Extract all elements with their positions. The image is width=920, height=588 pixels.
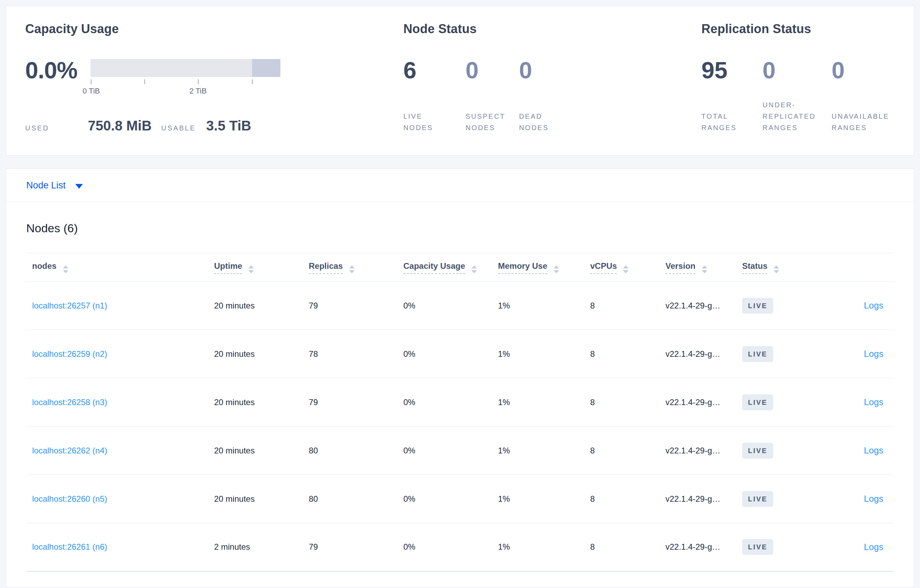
node-link[interactable]: localhost:26260 (n5) [32, 494, 107, 504]
uptime-cell: 20 minutes [214, 475, 308, 523]
node-link[interactable]: localhost:26258 (n3) [32, 397, 107, 407]
node-status-labels: LIVE NODES SUSPECT NODES DEAD NODES [403, 111, 701, 134]
node-link[interactable]: localhost:26262 (n4) [32, 446, 107, 455]
logs-link[interactable]: Logs [864, 445, 883, 456]
capacity-usage-legend: USED 750.8 MiB USABLE 3.5 TiB [25, 118, 403, 134]
memory-cell: 1% [498, 378, 590, 426]
logs-link[interactable]: Logs [864, 397, 883, 407]
unavailable-ranges-value: 0 [832, 58, 901, 82]
usable-value: 3.5 TiB [206, 118, 251, 134]
version-cell: v22.1.4-29-g… [665, 426, 742, 475]
sort-icon [349, 265, 355, 273]
node-list-header: Node List [6, 169, 914, 202]
nodes-table-title: Nodes (6) [26, 221, 894, 235]
replication-status-title: Replication Status [701, 21, 901, 36]
logs-link[interactable]: Logs [864, 300, 883, 310]
sort-icon [702, 265, 707, 273]
axis-tick [144, 79, 145, 84]
sort-icon [248, 265, 254, 273]
total-ranges-label: TOTAL RANGES [701, 111, 760, 134]
memory-cell: 1% [498, 475, 590, 523]
used-value: 750.8 MiB [88, 118, 152, 134]
capacity-cell: 0% [403, 378, 498, 426]
capacity-bar-chart: 0 TiB 2 TiB [91, 59, 280, 99]
logs-link[interactable]: Logs [864, 542, 883, 552]
status-badge: LIVE [742, 443, 773, 459]
node-list-dropdown-label: Node List [26, 180, 66, 191]
sort-icon [471, 265, 477, 273]
cluster-summary-panel: Capacity Usage 0.0% 0 TiB [6, 6, 914, 156]
table-row: localhost:26260 (n5) 20 minutes 80 0% 1%… [26, 475, 894, 523]
uptime-cell: 20 minutes [214, 426, 308, 475]
unavailable-ranges-label: UNAVAILABLE RANGES [832, 111, 889, 134]
logs-link[interactable]: Logs [864, 493, 883, 504]
column-header-memory-use[interactable]: Memory Use [498, 253, 590, 281]
column-header-uptime[interactable]: Uptime [214, 253, 308, 281]
replicas-cell: 80 [308, 426, 403, 475]
status-badge: LIVE [742, 298, 773, 314]
capacity-usage-chart: 0.0% 0 TiB 2 TiB [25, 58, 403, 99]
version-cell: v22.1.4-29-g… [665, 378, 742, 426]
node-list-dropdown[interactable]: Node List [26, 180, 83, 191]
version-cell: v22.1.4-29-g… [665, 523, 742, 572]
memory-cell: 1% [498, 281, 590, 330]
sort-icon [63, 265, 68, 273]
table-row: localhost:26257 (n1) 20 minutes 79 0% 1%… [26, 281, 894, 330]
live-nodes-label: LIVE NODES [403, 111, 448, 134]
live-nodes-value: 6 [403, 58, 465, 82]
replication-status-labels: TOTAL RANGES UNDER-REPLICATED RANGES UNA… [701, 99, 901, 134]
nodes-table: nodes Uptime Replicas Capacity Usage Mem [26, 253, 894, 572]
vcpus-cell: 8 [590, 281, 665, 330]
used-label: USED [25, 124, 49, 132]
capacity-bar-other-segment [252, 59, 281, 77]
axis-tick-label: 2 TiB [189, 87, 207, 95]
node-status-values: 6 0 0 [403, 58, 701, 82]
capacity-bar-axis: 0 TiB 2 TiB [91, 77, 280, 99]
status-badge: LIVE [742, 346, 773, 362]
column-header-replicas[interactable]: Replicas [308, 253, 403, 281]
status-badge: LIVE [742, 539, 773, 555]
vcpus-cell: 8 [590, 475, 665, 523]
node-link[interactable]: localhost:26261 (n6) [32, 542, 107, 551]
under-replicated-ranges-value: 0 [763, 58, 832, 82]
capacity-cell: 0% [403, 426, 498, 475]
node-link[interactable]: localhost:26259 (n2) [32, 349, 107, 359]
table-header-row: nodes Uptime Replicas Capacity Usage Mem [26, 253, 894, 281]
cluster-overview-page: Capacity Usage 0.0% 0 TiB [0, 0, 920, 588]
axis-tick [198, 79, 199, 84]
node-link[interactable]: localhost:26257 (n1) [32, 301, 107, 310]
column-header-vcpus[interactable]: vCPUs [590, 253, 665, 281]
capacity-cell: 0% [403, 475, 498, 523]
replicas-cell: 79 [308, 523, 403, 572]
suspect-nodes-label: SUSPECT NODES [465, 111, 510, 134]
replicas-cell: 78 [308, 330, 403, 378]
total-ranges-value: 95 [701, 58, 763, 82]
column-header-capacity-usage[interactable]: Capacity Usage [403, 253, 498, 281]
capacity-cell: 0% [403, 523, 498, 572]
axis-tick [252, 79, 253, 84]
uptime-cell: 20 minutes [214, 330, 308, 378]
chevron-down-icon [75, 184, 83, 189]
status-badge: LIVE [742, 394, 773, 410]
vcpus-cell: 8 [590, 523, 665, 572]
node-status-title: Node Status [403, 21, 701, 36]
nodes-table-section: Nodes (6) nodes Uptime Re [6, 221, 914, 587]
axis-tick-label: 0 TiB [83, 87, 100, 95]
column-header-nodes[interactable]: nodes [26, 253, 214, 281]
capacity-cell: 0% [403, 281, 498, 330]
capacity-usage-title: Capacity Usage [25, 21, 403, 36]
capacity-bar [91, 59, 280, 77]
column-header-status[interactable]: Status [742, 253, 811, 281]
uptime-cell: 20 minutes [214, 281, 308, 330]
capacity-used-percent: 0.0% [25, 58, 77, 82]
node-list-panel: Node List Nodes (6) nodes Uptime [6, 168, 914, 588]
capacity-usage-section: Capacity Usage 0.0% 0 TiB [25, 21, 403, 155]
status-badge: LIVE [742, 491, 773, 507]
table-row: localhost:26261 (n6) 2 minutes 79 0% 1% … [26, 523, 894, 572]
column-header-version[interactable]: Version [665, 253, 742, 281]
vcpus-cell: 8 [590, 426, 665, 475]
table-row: localhost:26258 (n3) 20 minutes 79 0% 1%… [26, 378, 894, 426]
capacity-cell: 0% [403, 330, 498, 378]
logs-link[interactable]: Logs [864, 349, 883, 359]
axis-tick [91, 79, 92, 84]
